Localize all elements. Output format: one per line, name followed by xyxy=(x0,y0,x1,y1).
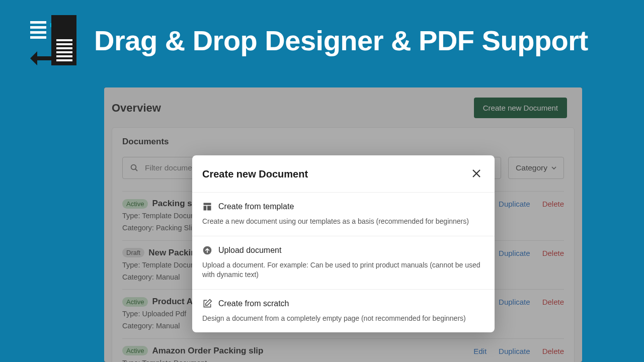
create-document-modal: Create new Document Create from template… xyxy=(192,155,495,332)
option-title: Create from template xyxy=(218,202,294,211)
svg-rect-8 xyxy=(56,47,72,49)
modal-header: Create new Document xyxy=(192,155,495,193)
svg-rect-1 xyxy=(30,26,46,29)
option-create-from-scratch[interactable]: Create from scratch Design a document fr… xyxy=(192,290,495,333)
app-logo-icon xyxy=(30,15,76,65)
svg-rect-2 xyxy=(30,31,46,34)
option-title: Create from scratch xyxy=(218,299,289,308)
close-button[interactable] xyxy=(469,166,484,182)
svg-rect-7 xyxy=(56,43,72,45)
option-upload-document[interactable]: Upload document Upload a document. For e… xyxy=(192,236,495,290)
option-desc: Create a new document using our template… xyxy=(202,217,485,227)
edit-icon xyxy=(202,299,212,309)
svg-rect-3 xyxy=(30,36,46,39)
close-icon xyxy=(471,168,481,178)
option-desc: Upload a document. For example: Can be u… xyxy=(202,260,485,280)
modal-title: Create new Document xyxy=(202,168,308,180)
template-icon xyxy=(202,202,212,212)
svg-rect-10 xyxy=(56,55,72,57)
svg-rect-11 xyxy=(56,59,72,61)
page-header: Drag & Drop Designer & PDF Support xyxy=(0,0,644,75)
svg-rect-9 xyxy=(56,51,72,53)
svg-rect-16 xyxy=(207,206,211,210)
page-title: Drag & Drop Designer & PDF Support xyxy=(94,24,588,57)
svg-rect-14 xyxy=(204,203,211,205)
option-title: Upload document xyxy=(218,246,281,255)
option-create-from-template[interactable]: Create from template Create a new docume… xyxy=(192,193,495,236)
upload-icon xyxy=(202,245,212,255)
svg-rect-0 xyxy=(30,21,46,24)
svg-rect-15 xyxy=(204,206,207,210)
option-desc: Design a document from a completely empt… xyxy=(202,314,485,324)
svg-rect-6 xyxy=(56,39,72,41)
